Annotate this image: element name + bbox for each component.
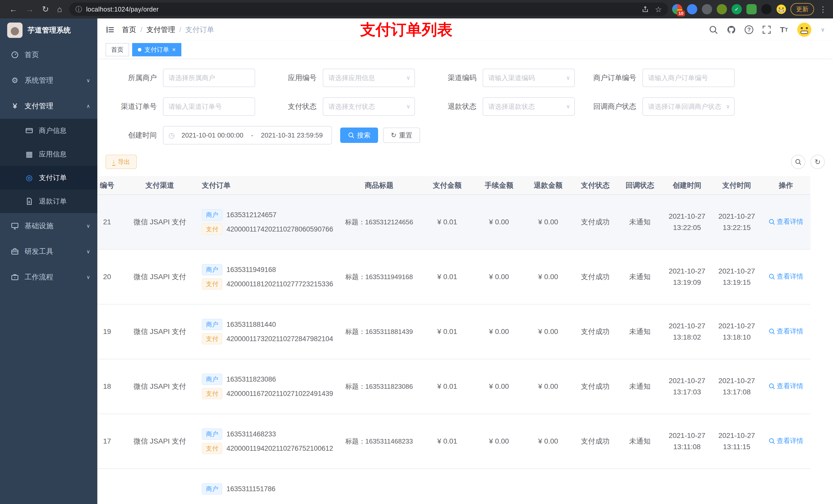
- sidebar-item-payment[interactable]: ¥ 支付管理 ∧: [0, 93, 97, 119]
- yen-icon: ¥: [10, 102, 20, 110]
- cell-actions: 查看详情: [761, 304, 810, 359]
- filter-input[interactable]: [169, 74, 249, 82]
- site-info-icon[interactable]: ⓘ: [75, 5, 82, 14]
- extension-icon-dark[interactable]: [761, 4, 771, 14]
- cell-pay-amount: ¥ 0.01: [420, 304, 474, 359]
- cell-id: 20: [97, 249, 123, 304]
- extension-icon-olive[interactable]: [717, 4, 727, 14]
- back-icon[interactable]: ←: [9, 5, 18, 13]
- date-range-picker[interactable]: ◷ 2021-10-01 00:00:00 - 2021-10-31 23:59…: [163, 126, 332, 144]
- filter-input[interactable]: [648, 103, 729, 111]
- view-detail-link[interactable]: 查看详情: [768, 436, 803, 446]
- refresh-icon: ↻: [814, 158, 820, 166]
- address-bar[interactable]: ⓘ localhost:1024/pay/order ☆: [69, 3, 668, 16]
- filter-control[interactable]: [163, 97, 255, 116]
- reload-icon[interactable]: ↻: [42, 5, 49, 13]
- sidebar-item-refund-order[interactable]: 退款订单: [0, 190, 97, 213]
- extension-icon-gray[interactable]: [702, 4, 712, 14]
- cell-create-time: 2021-10-27 13:22:05: [662, 195, 712, 249]
- view-detail-link[interactable]: 查看详情: [768, 217, 803, 226]
- filter-input[interactable]: [488, 74, 569, 82]
- breadcrumb-home[interactable]: 首页: [122, 25, 136, 34]
- breadcrumb-separator: /: [140, 26, 142, 34]
- user-avatar[interactable]: [796, 22, 812, 38]
- filter-input[interactable]: [328, 103, 409, 111]
- view-detail-link[interactable]: 查看详情: [768, 272, 803, 281]
- sidebar-item-pay-order[interactable]: ◎ 支付订单: [0, 166, 97, 190]
- sidebar-fold-icon[interactable]: [105, 25, 115, 34]
- filter-input[interactable]: [648, 74, 729, 82]
- cell-order-numbers: 商户 1635311881440 支付 42000011732021102728…: [197, 304, 338, 359]
- filter-control[interactable]: [642, 69, 735, 87]
- filter-control[interactable]: ∨: [323, 69, 415, 87]
- extension-icon-blue[interactable]: [687, 4, 697, 14]
- sidebar-item-home[interactable]: 首页: [0, 42, 97, 68]
- cell-product-title: 标题：1635311881439: [338, 304, 420, 359]
- refresh-icon: ↻: [391, 131, 397, 139]
- export-button[interactable]: ↓ 导出: [105, 155, 137, 169]
- profile-avatar-emoji[interactable]: [776, 4, 786, 14]
- filter-label: 应用编号: [265, 73, 323, 83]
- view-detail-link[interactable]: 查看详情: [768, 327, 803, 336]
- merchant-tag: 商户: [202, 209, 222, 220]
- github-icon[interactable]: [727, 25, 736, 34]
- url-text[interactable]: localhost:1024/pay/order: [86, 6, 638, 13]
- merchant-order-no: 1635311881440: [227, 321, 276, 329]
- close-icon[interactable]: ×: [172, 47, 176, 53]
- sidebar-item-infra[interactable]: 基础设施 ∨: [0, 213, 97, 239]
- sidebar-item-workflow[interactable]: 工作流程 ∨: [0, 264, 97, 290]
- share-icon[interactable]: [642, 6, 649, 13]
- user-dropdown-caret-icon[interactable]: ∨: [821, 26, 825, 33]
- view-detail-link[interactable]: 查看详情: [768, 382, 803, 390]
- help-icon[interactable]: ?: [745, 25, 753, 34]
- bookmark-star-icon[interactable]: ☆: [655, 5, 662, 14]
- filter-input[interactable]: [169, 103, 249, 111]
- sidebar-logo[interactable]: 芋道管理系统: [0, 19, 97, 42]
- tab-pay-order[interactable]: 支付订单 ×: [132, 43, 181, 56]
- cell-fee-amount: ¥ 0.00: [474, 304, 524, 359]
- font-size-icon[interactable]: TT: [780, 25, 788, 34]
- reset-button[interactable]: ↻ 重置: [383, 127, 420, 143]
- filter-control[interactable]: ∨: [482, 97, 575, 116]
- main-area: 首页 / 支付管理 / 支付订单 支付订单列表 ? TT ∨ 首页 支付订单: [97, 19, 833, 504]
- sidebar-item-system[interactable]: ⚙ 系统管理 ∨: [0, 68, 97, 93]
- filter-control[interactable]: ∨: [323, 97, 415, 116]
- filter-control[interactable]: [163, 69, 255, 87]
- cell-pay-time: [712, 469, 761, 504]
- browser-menu-icon[interactable]: ⋮: [818, 5, 828, 14]
- cell-channel: 微信 JSAPI 支付: [123, 304, 197, 359]
- filter-control[interactable]: ∨: [482, 69, 575, 87]
- date-start-value[interactable]: 2021-10-01 00:00:00: [178, 131, 247, 139]
- cell-refund-amount: ¥ 0.00: [524, 359, 573, 414]
- browser-update-button[interactable]: 更新: [790, 3, 814, 15]
- refresh-table-button[interactable]: ↻: [810, 155, 825, 169]
- app-title: 芋道管理系统: [28, 25, 71, 35]
- tab-home[interactable]: 首页: [105, 43, 129, 56]
- table-row: 20 微信 JSAPI 支付 商户 1635311949168 支付 42000…: [97, 249, 810, 304]
- cell-pay-amount: ¥ 0.01: [420, 414, 474, 469]
- toggle-search-button[interactable]: [791, 155, 805, 169]
- filter-input[interactable]: [488, 103, 569, 111]
- sidebar-item-app-info[interactable]: ▦ 应用信息: [0, 142, 97, 166]
- search-icon[interactable]: [709, 25, 718, 34]
- cell-id: 17: [97, 414, 123, 469]
- page-content: 所属商户 应用编号 ∨ 渠道编码 ∨: [97, 58, 833, 504]
- channel-order-no: 4200001181202110277723215336: [227, 280, 333, 288]
- breadcrumb-section[interactable]: 支付管理: [146, 25, 175, 34]
- sidebar-item-merchant-info[interactable]: 商户信息: [0, 119, 97, 142]
- extension-icon-green-chat[interactable]: [746, 4, 757, 14]
- channel-order-no: 4200001173202110272847982104: [227, 335, 333, 343]
- home-icon[interactable]: ⌂: [57, 5, 62, 13]
- extension-icon-green-check[interactable]: ✓: [732, 4, 742, 14]
- dashboard-icon: [10, 51, 20, 58]
- extension-icon-colorful[interactable]: 10: [672, 4, 682, 14]
- fullscreen-icon[interactable]: [762, 25, 771, 34]
- col-header-actions: 操作: [761, 176, 810, 195]
- search-button[interactable]: 搜索: [340, 127, 378, 143]
- filter-input[interactable]: [328, 74, 409, 82]
- filter-control[interactable]: ∨: [642, 97, 735, 116]
- date-end-value[interactable]: 2021-10-31 23:59:59: [257, 131, 326, 139]
- forward-icon[interactable]: →: [26, 5, 34, 13]
- sidebar-item-dev-tools[interactable]: 研发工具 ∨: [0, 239, 97, 264]
- grid-icon: ▦: [25, 150, 34, 158]
